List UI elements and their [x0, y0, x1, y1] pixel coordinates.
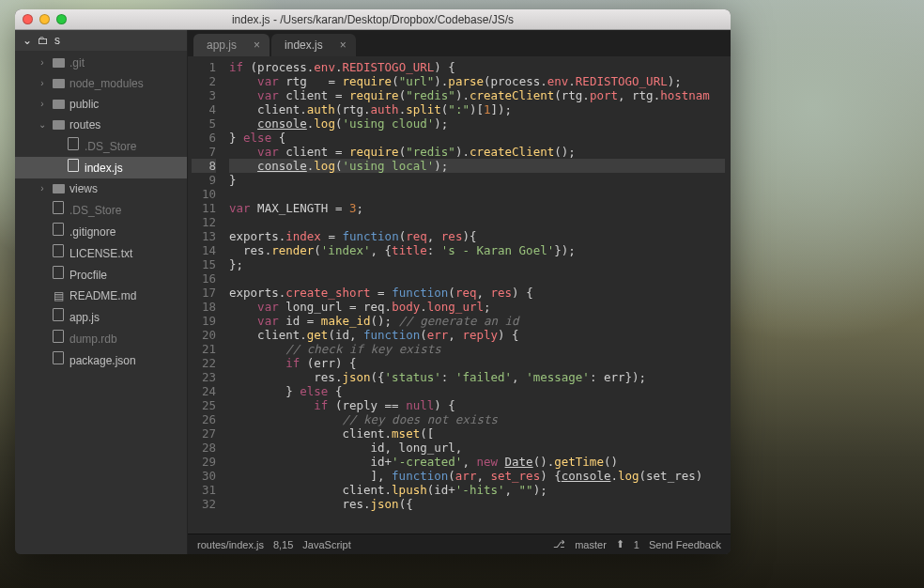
- code-line[interactable]: var client = require("redis").createClie…: [229, 88, 725, 102]
- code-line[interactable]: exports.index = function(req, res){: [229, 229, 725, 243]
- tree-folder-routes[interactable]: ⌄routes: [15, 115, 187, 135]
- code-line[interactable]: var MAX_LENGTH = 3;: [229, 201, 725, 215]
- code-line[interactable]: client.mset([: [229, 426, 725, 441]
- code-editor[interactable]: 1234567891011121314151617181920212223242…: [188, 56, 731, 534]
- code-line[interactable]: client.auth(rtg.auth.split(":")[1]);: [229, 102, 725, 116]
- status-syntax[interactable]: JavaScript: [302, 539, 350, 550]
- code-line[interactable]: res.render('index', {title: 's - Karan G…: [229, 243, 725, 257]
- close-tab-icon[interactable]: ×: [254, 39, 260, 52]
- chevron-down-icon[interactable]: ⌄: [38, 116, 47, 133]
- project-icon: 🗀: [38, 34, 49, 47]
- code-line[interactable]: console.log('using cloud');: [229, 116, 725, 131]
- chevron-right-icon[interactable]: ›: [38, 54, 47, 71]
- code-line[interactable]: [229, 215, 725, 229]
- git-ahead-count: 1: [634, 539, 639, 550]
- code-line[interactable]: exports.create_short = function(req, res…: [229, 286, 725, 300]
- code-line[interactable]: client.lpush(id+'-hits', "");: [229, 483, 725, 497]
- minimize-window-icon[interactable]: [39, 14, 50, 24]
- code-line[interactable]: var rtg = require("url").parse(process.e…: [229, 74, 725, 88]
- git-ahead-icon: ⬆: [616, 538, 624, 550]
- chevron-right-icon[interactable]: ›: [38, 96, 47, 113]
- line-number: 27: [192, 426, 216, 441]
- code-line[interactable]: [229, 271, 725, 286]
- tree-file-procfile[interactable]: Procfile: [15, 264, 187, 286]
- line-number: 26: [192, 412, 216, 426]
- tab-bar: app.js×index.js×: [188, 30, 731, 56]
- line-number: 16: [192, 271, 216, 286]
- zoom-window-icon[interactable]: [56, 14, 67, 24]
- line-number: 7: [192, 145, 216, 159]
- code-line[interactable]: id+'-created', new Date().getTime(): [229, 455, 725, 469]
- file-icon: [52, 308, 65, 326]
- code-line[interactable]: var id = make_id(); // generate an id: [229, 314, 725, 328]
- code-line[interactable]: }: [229, 173, 725, 187]
- code-line[interactable]: client.get(id, function(err, reply) {: [229, 328, 725, 342]
- tree-folder-node-modules[interactable]: ›node_modules: [15, 73, 187, 94]
- tree-file-package-json[interactable]: package.json: [15, 349, 187, 371]
- line-number: 25: [192, 398, 216, 412]
- tree-file-index-js[interactable]: index.js: [15, 157, 187, 178]
- window-titlebar[interactable]: index.js - /Users/karan/Desktop/Dropbox/…: [15, 9, 731, 30]
- tree-file-app-js[interactable]: app.js: [15, 306, 187, 328]
- folder-icon: [52, 75, 65, 92]
- tab-app-js[interactable]: app.js×: [193, 34, 270, 56]
- tree-folder-public[interactable]: ›public: [15, 94, 187, 115]
- tree-item-label: routes: [69, 116, 100, 133]
- send-feedback-link[interactable]: Send Feedback: [649, 539, 721, 550]
- project-sidebar[interactable]: ⌄ 🗀 s ›.git›node_modules›public⌄routes.D…: [15, 30, 188, 554]
- line-number: 24: [192, 384, 216, 398]
- code-area[interactable]: if (process.env.REDISTOGO_URL) { var rtg…: [223, 56, 731, 534]
- tree-item-label: app.js: [69, 309, 100, 326]
- line-number: 31: [192, 483, 216, 497]
- window-title: index.js - /Users/karan/Desktop/Dropbox/…: [15, 13, 731, 26]
- code-line[interactable]: console.log('using local');: [229, 159, 725, 173]
- code-line[interactable]: id, long_url,: [229, 441, 725, 455]
- code-line[interactable]: var long_url = req.body.long_url;: [229, 300, 725, 314]
- code-line[interactable]: var client = require("redis").createClie…: [229, 145, 725, 159]
- tree-folder--git[interactable]: ›.git: [15, 53, 187, 73]
- tree-file-readme-md[interactable]: README.md: [15, 286, 187, 306]
- code-line[interactable]: res.json({: [229, 497, 725, 511]
- file-icon: [52, 201, 65, 219]
- code-line[interactable]: if (process.env.REDISTOGO_URL) {: [229, 60, 725, 74]
- tree-file-dump-rdb[interactable]: dump.rdb: [15, 328, 187, 349]
- code-line[interactable]: [229, 187, 725, 201]
- status-path[interactable]: routes/index.js: [197, 539, 264, 550]
- code-line[interactable]: // key does not exists: [229, 412, 725, 426]
- tree-file--ds-store[interactable]: .DS_Store: [15, 135, 187, 157]
- project-root[interactable]: ⌄ 🗀 s: [15, 30, 187, 51]
- close-window-icon[interactable]: [23, 14, 33, 24]
- code-line[interactable]: res.json({'status': 'failed', 'message':…: [229, 370, 725, 384]
- code-line[interactable]: // check if key exists: [229, 342, 725, 356]
- tree-item-label: package.json: [69, 352, 136, 369]
- line-number: 17: [192, 286, 216, 300]
- tree-file--gitignore[interactable]: .gitignore: [15, 221, 187, 242]
- code-line[interactable]: if (reply == null) {: [229, 398, 725, 412]
- tree-item-label: LICENSE.txt: [69, 245, 132, 262]
- file-icon: [52, 330, 65, 348]
- code-line[interactable]: ], function(arr, set_res) {console.log(s…: [229, 469, 725, 483]
- status-bar: routes/index.js 8,15 JavaScript ⎇ master…: [188, 534, 731, 554]
- line-gutter: 1234567891011121314151617181920212223242…: [188, 56, 223, 534]
- tab-index-js[interactable]: index.js×: [271, 34, 356, 56]
- tree-file-license-txt[interactable]: LICENSE.txt: [15, 242, 187, 264]
- folder-icon: [52, 96, 65, 113]
- tree-folder-views[interactable]: ›views: [15, 178, 187, 199]
- git-branch[interactable]: master: [575, 539, 607, 550]
- code-line[interactable]: };: [229, 257, 725, 271]
- code-line[interactable]: } else {: [229, 384, 725, 398]
- line-number: 11: [192, 201, 216, 215]
- traffic-lights: [23, 14, 67, 24]
- code-line[interactable]: } else {: [229, 131, 725, 145]
- tree-file--ds-store[interactable]: .DS_Store: [15, 199, 187, 221]
- tree-item-label: .DS_Store: [85, 138, 136, 155]
- chevron-right-icon[interactable]: ›: [38, 180, 47, 197]
- file-icon: [67, 159, 80, 177]
- line-number: 30: [192, 469, 216, 483]
- status-cursor[interactable]: 8,15: [273, 539, 293, 550]
- folder-icon: [52, 116, 65, 133]
- chevron-right-icon[interactable]: ›: [38, 75, 47, 92]
- line-number: 4: [192, 102, 216, 116]
- close-tab-icon[interactable]: ×: [340, 39, 346, 52]
- code-line[interactable]: if (err) {: [229, 356, 725, 370]
